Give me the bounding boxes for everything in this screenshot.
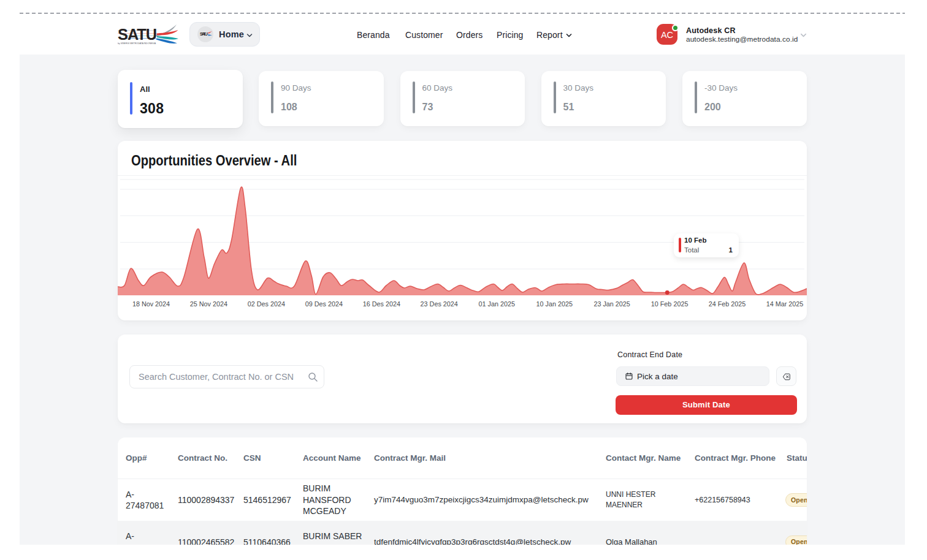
svg-text:16 Des 2024: 16 Des 2024 (363, 300, 400, 308)
svg-text:01 Jan 2025: 01 Jan 2025 (478, 300, 514, 308)
svg-text:23 Jan 2025: 23 Jan 2025 (593, 300, 630, 308)
svg-text:14 Mar 2025: 14 Mar 2025 (766, 300, 804, 308)
svg-text:SATU: SATU (200, 31, 208, 37)
svg-text:09 Des 2024: 09 Des 2024 (305, 300, 343, 308)
svg-text:10 Feb 2025: 10 Feb 2025 (651, 300, 689, 308)
svg-text:02 Des 2024: 02 Des 2024 (248, 300, 285, 308)
svg-text:by SINERGI METRODATA INDONESIA: by SINERGI METRODATA INDONESIA (118, 42, 156, 45)
svg-text:25 Nov 2024: 25 Nov 2024 (190, 300, 227, 308)
svg-text:10 Jan 2025: 10 Jan 2025 (536, 300, 572, 308)
svg-text:SATU: SATU (118, 26, 156, 43)
svg-text:24 Feb 2025: 24 Feb 2025 (709, 300, 746, 308)
svg-text:18 Nov 2024: 18 Nov 2024 (132, 300, 170, 308)
svg-text:23 Des 2024: 23 Des 2024 (421, 300, 458, 308)
